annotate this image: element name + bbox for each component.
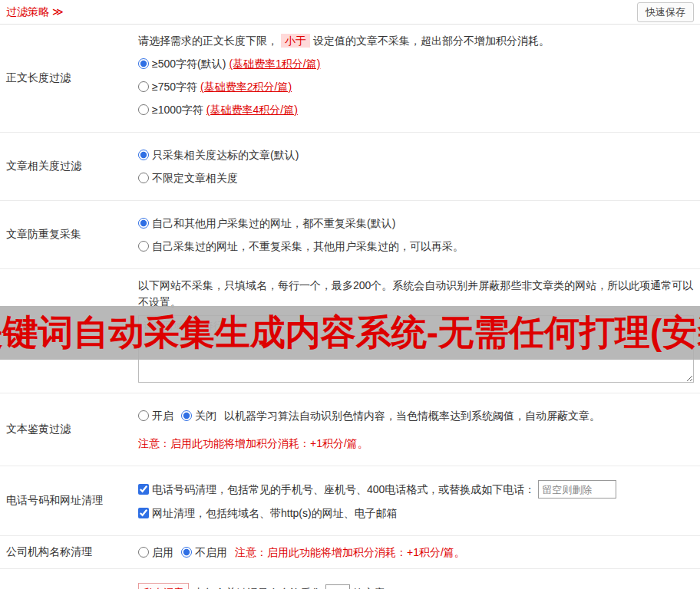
private-lexicon-badge: 私有词库 (138, 583, 189, 589)
length-intro-pre: 请选择需求的正文长度下限， (138, 35, 278, 47)
length-filter-intro: 请选择需求的正文长度下限，小于设定值的文章不采集，超出部分不增加积分消耗。 (138, 32, 694, 49)
page-title[interactable]: 过滤策略 ≫ (6, 5, 64, 19)
relevance-option-any-radio[interactable] (138, 173, 149, 183)
length-intro-post: 设定值的文章不采集，超出部分不增加积分消耗。 (313, 35, 550, 47)
dedup-option-all-users-text: 自己和其他用户采集过的网址，都不重复采集(默认) (152, 215, 395, 232)
watermark-overlay: 关键词自动采集生成内容系统-无需任何打理(安装 (0, 306, 700, 360)
porn-option-on-text: 开启 (152, 407, 173, 424)
length-option-500-fee-link[interactable]: (基础费率1积分/篇) (229, 55, 320, 72)
replacement-phone-input[interactable] (538, 480, 616, 499)
row-phone-url-clean: 电话号码和网址清理 电话号码清理，包括常见的手机号、座机号、400电话格式，或替… (0, 466, 700, 536)
row-company-clean: 公司机构名称清理 启用 不启用 注意：启用此功能将增加积分消耗：+1积分/篇。 (0, 536, 700, 569)
porn-option-off-radio[interactable] (181, 410, 192, 421)
length-option-750-radio[interactable] (138, 81, 149, 92)
company-option-on-radio[interactable] (138, 547, 149, 558)
length-filter-label: 正文长度过滤 (0, 25, 138, 132)
phone-url-clean-label: 电话号码和网址清理 (0, 466, 138, 535)
quick-save-button[interactable]: 快速保存 (637, 2, 694, 22)
length-option-500[interactable]: ≥500字符(默认) (基础费率1积分/篇) (138, 55, 694, 72)
company-option-off-radio[interactable] (181, 547, 192, 558)
porn-option-off[interactable]: 关闭 (181, 407, 216, 424)
url-clean-checkbox[interactable] (138, 508, 149, 518)
porn-option-on-radio[interactable] (138, 410, 149, 421)
dedup-filter-label: 文章防重复采集 (0, 201, 138, 268)
keyword-dedup-label: 关键词防重复采集 (0, 569, 138, 589)
length-option-1000[interactable]: ≥1000字符 (基础费率4积分/篇) (138, 101, 694, 118)
length-option-500-radio[interactable] (138, 58, 149, 69)
max-articles-input[interactable] (325, 584, 350, 589)
phone-clean-checkbox[interactable] (138, 484, 149, 495)
company-option-off-text: 不启用 (195, 544, 227, 561)
company-option-on[interactable]: 启用 (138, 544, 173, 561)
dedup-option-all-users-radio[interactable] (138, 218, 149, 229)
length-option-750[interactable]: ≥750字符 (基础费率2积分/篇) (138, 78, 694, 95)
length-option-750-fee-link[interactable]: (基础费率2积分/篇) (200, 78, 292, 95)
length-option-1000-fee-link[interactable]: (基础费率4积分/篇) (206, 101, 298, 118)
relevance-option-any[interactable]: 不限定文章相关度 (138, 169, 694, 186)
less-than-badge: 小于 (281, 34, 310, 48)
length-option-1000-text: ≥1000字符 (152, 101, 203, 118)
url-clean-text: 网址清理，包括纯域名、带http(s)的网址、电子邮箱 (152, 505, 398, 522)
relevance-option-strict-text: 只采集相关度达标的文章(默认) (152, 146, 299, 163)
relevance-option-any-text: 不限定文章相关度 (152, 169, 238, 186)
top-bar: 过滤策略 ≫ 快速保存 (0, 0, 700, 25)
row-dedup-filter: 文章防重复采集 自己和其他用户采集过的网址，都不重复采集(默认) 自己采集过的网… (0, 201, 700, 269)
keyword-dedup-line1-mid: 中每个关键词最多允许采集 (193, 584, 322, 589)
company-option-on-text: 启用 (152, 544, 173, 561)
row-relevance-filter: 文章相关度过滤 只采集相关度达标的文章(默认) 不限定文章相关度 (0, 133, 700, 201)
dedup-option-self-only-radio[interactable] (138, 241, 149, 252)
length-option-750-text: ≥750字符 (152, 78, 197, 95)
row-length-filter: 正文长度过滤 请选择需求的正文长度下限，小于设定值的文章不采集，超出部分不增加积… (0, 25, 700, 133)
dedup-option-self-only-text: 自己采集过的网址，不重复采集，其他用户采集过的，可以再采。 (152, 238, 464, 255)
relevance-option-strict-radio[interactable] (138, 150, 149, 160)
length-option-1000-radio[interactable] (138, 104, 149, 115)
keyword-dedup-line1-end: 篇文章。 (353, 584, 396, 589)
porn-filter-description: 以机器学习算法自动识别色情内容，当色情概率达到系统阈值，自动屏蔽文章。 (224, 407, 600, 424)
phone-clean-text: 电话号码清理，包括常见的手机号、座机号、400电话格式，或替换成如下电话： (152, 481, 535, 498)
company-option-off[interactable]: 不启用 (181, 544, 227, 561)
row-site-blacklist: 以下网站不采集，只填域名，每行一个，最多200个。系统会自动识别并屏蔽那些非文章… (0, 269, 700, 393)
porn-option-off-text: 关闭 (195, 407, 216, 424)
row-keyword-dedup: 关键词防重复采集 私有词库 中每个关键词最多允许采集 篇文章。 如果留空或设为0… (0, 569, 700, 589)
relevance-option-strict[interactable]: 只采集相关度达标的文章(默认) (138, 146, 694, 163)
porn-option-on[interactable]: 开启 (138, 407, 173, 424)
relevance-filter-label: 文章相关度过滤 (0, 133, 138, 200)
row-porn-filter: 文本鉴黄过滤 开启 关闭 以机器学习算法自动识别色情内容，当色情概率达到系统阈值… (0, 393, 700, 466)
company-clean-note: 注意：启用此功能将增加积分消耗：+1积分/篇。 (235, 544, 465, 561)
dedup-option-self-only[interactable]: 自己采集过的网址，不重复采集，其他用户采集过的，可以再采。 (138, 238, 694, 255)
dedup-option-all-users[interactable]: 自己和其他用户采集过的网址，都不重复采集(默认) (138, 215, 694, 232)
porn-filter-note: 注意：启用此功能将增加积分消耗：+1积分/篇。 (138, 435, 694, 452)
length-option-500-text: ≥500字符(默认) (152, 55, 226, 72)
company-clean-label: 公司机构名称清理 (0, 536, 138, 568)
porn-filter-label: 文本鉴黄过滤 (0, 393, 138, 466)
